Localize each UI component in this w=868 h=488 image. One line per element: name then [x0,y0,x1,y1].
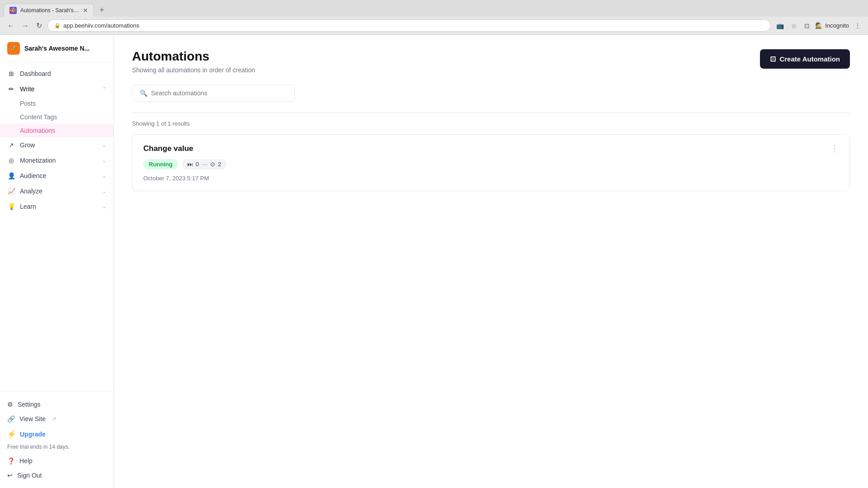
audience-label: Audience [20,172,46,179]
incognito-icon: 🕵️ [815,22,822,29]
results-count: Showing 1 of 1 results [132,120,850,127]
page-header: Automations Showing all automations in o… [132,49,850,74]
browser-chrome: 🐝 Automations - Sarah's Awesome... ✕ + ←… [0,0,868,35]
automation-date: October 7, 2023 5:17 PM [143,175,839,182]
external-link-icon: ↗ [52,416,56,422]
processed-count: 0 [196,161,199,168]
dashboard-label: Dashboard [20,70,51,77]
posts-label: Posts [20,100,36,107]
forward-icon: ⏭ [187,161,193,168]
help-label: Help [19,457,33,465]
analyze-icon: 📈 [7,187,15,195]
sidebar-item-audience[interactable]: 👤 Audience ⌄ [0,168,113,183]
automation-menu-button[interactable]: ⋮ [830,144,839,154]
dashboard-icon: ⊞ [7,70,15,78]
bookmark-button[interactable]: ☆ [789,20,799,31]
lock-icon: 🔒 [54,23,61,28]
view-site-icon: 🔗 [7,415,15,422]
page-subtitle: Showing all automations in order of crea… [132,66,255,74]
sidebar-item-automations[interactable]: Automations [0,124,113,137]
search-input[interactable] [151,89,287,97]
create-automation-icon: ⊡ [770,55,776,63]
browser-actions: 📺 ☆ ⊡ 🕵️ Incognito ⋮ [774,20,863,31]
create-automation-button[interactable]: ⊡ Create Automation [760,49,850,69]
grow-icon: ↗ [7,141,15,149]
audience-icon: 👤 [7,172,15,180]
sidebar-item-settings[interactable]: ⚙ Settings [7,397,106,412]
audience-chevron-icon: ⌄ [102,173,106,179]
new-tab-button[interactable]: + [96,4,108,17]
profile-switcher-button[interactable]: ⊡ [802,20,811,31]
tab-favicon: 🐝 [9,7,17,14]
analyze-label: Analyze [20,188,42,195]
back-button[interactable]: ← [5,20,16,32]
write-sub-nav: Posts Content Tags Automations [0,97,113,137]
sidebar-item-analyze[interactable]: 📈 Analyze ⌄ [0,183,113,199]
active-tab[interactable]: 🐝 Automations - Sarah's Awesome... ✕ [4,4,94,17]
upgrade-label: Upgrade [20,431,46,438]
separator: — [202,161,208,168]
site-name: Sarah's Awesome N... [24,45,90,52]
waiting-icon: ⊙ [210,161,215,168]
monetization-label: Monetization [20,157,56,164]
search-bar: 🔍 [132,84,295,102]
sidebar-logo: 🐝 [7,42,20,55]
divider [132,113,850,113]
url-text: app.beehiiv.com/automations [63,22,139,29]
sidebar-item-sign-out[interactable]: ↩ Sign Out [7,468,106,483]
waiting-count: 2 [218,161,221,168]
settings-label: Settings [18,401,41,408]
sidebar: 🐝 Sarah's Awesome N... ⊞ Dashboard ✏ Wri… [0,35,114,488]
url-bar[interactable]: 🔒 app.beehiiv.com/automations [47,19,771,32]
grow-chevron-icon: ⌄ [102,142,106,148]
app: 🐝 Sarah's Awesome N... ⊞ Dashboard ✏ Wri… [0,35,868,488]
page-title: Automations [132,49,255,64]
tab-title: Automations - Sarah's Awesome... [20,7,79,14]
sidebar-item-learn[interactable]: 💡 Learn ⌄ [0,199,113,214]
tab-bar: 🐝 Automations - Sarah's Awesome... ✕ + [0,0,868,17]
stats-badge: ⏭ 0 — ⊙ 2 [182,159,226,169]
learn-chevron-icon: ⌄ [102,204,106,210]
sidebar-item-content-tags[interactable]: Content Tags [0,110,113,124]
incognito-badge: 🕵️ Incognito [815,22,849,29]
automation-name: Change value [143,144,193,153]
sidebar-item-posts[interactable]: Posts [0,97,113,110]
automation-card-header: Change value ⋮ [143,144,839,154]
grow-label: Grow [20,141,35,149]
incognito-label: Incognito [825,22,849,29]
sidebar-nav: ⊞ Dashboard ✏ Write ⌃ Posts Content Tags… [0,62,113,391]
sidebar-item-write[interactable]: ✏ Write ⌃ [0,81,113,97]
forward-button[interactable]: → [20,20,31,32]
upgrade-button[interactable]: ⚡ Upgrade [7,426,106,442]
page-header-left: Automations Showing all automations in o… [132,49,255,74]
main-content: Automations Showing all automations in o… [114,35,868,488]
monetization-chevron-icon: ⌄ [102,158,106,164]
automations-label: Automations [20,127,55,134]
sidebar-item-view-site[interactable]: 🔗 View Site ↗ [7,412,106,426]
content-tags-label: Content Tags [20,113,57,121]
analyze-chevron-icon: ⌄ [102,188,106,194]
trial-text: Free trial ends in 14 days. [7,442,106,454]
view-site-label: View Site [19,415,46,422]
address-bar: ← → ↻ 🔒 app.beehiiv.com/automations 📺 ☆ … [0,17,868,34]
status-badge: Running [143,159,178,169]
create-automation-label: Create Automation [779,55,840,63]
sidebar-header: 🐝 Sarah's Awesome N... [0,35,113,62]
write-label: Write [20,85,34,93]
sidebar-item-dashboard[interactable]: ⊞ Dashboard [0,66,113,81]
sidebar-item-grow[interactable]: ↗ Grow ⌄ [0,137,113,153]
learn-icon: 💡 [7,202,15,211]
refresh-button[interactable]: ↻ [34,19,44,32]
cast-button[interactable]: 📺 [774,20,786,31]
search-icon: 🔍 [140,89,147,97]
tab-close-button[interactable]: ✕ [83,7,88,14]
sidebar-item-monetization[interactable]: ◎ Monetization ⌄ [0,153,113,168]
sign-out-label: Sign Out [17,472,42,479]
settings-icon: ⚙ [7,401,13,408]
write-chevron-icon: ⌃ [102,86,106,92]
browser-menu-button[interactable]: ⋮ [853,20,863,31]
learn-label: Learn [20,203,36,210]
sidebar-item-help[interactable]: ❓ Help [7,454,106,468]
automation-card: Change value ⋮ Running ⏭ 0 — ⊙ 2 October… [132,134,850,191]
automation-badges: Running ⏭ 0 — ⊙ 2 [143,159,839,169]
